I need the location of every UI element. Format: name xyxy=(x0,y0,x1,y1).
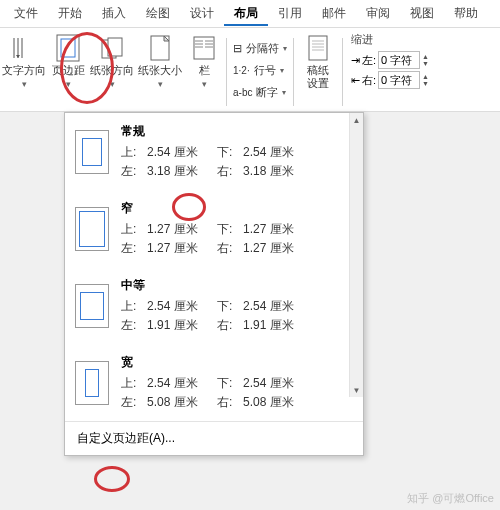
tab-review[interactable]: 审阅 xyxy=(356,1,400,26)
tab-design[interactable]: 设计 xyxy=(180,1,224,26)
chevron-down-icon: ▾ xyxy=(22,79,27,89)
scroll-up-icon[interactable]: ▲ xyxy=(350,113,364,127)
spinner-arrows[interactable]: ▲▼ xyxy=(422,53,429,67)
preset-values: 上:2.54 厘米下:2.54 厘米左:3.18 厘米右:3.18 厘米 xyxy=(121,144,351,180)
breaks-icon: ⊟ xyxy=(233,42,242,55)
preset-info: 中等上:2.54 厘米下:2.54 厘米左:1.91 厘米右:1.91 厘米 xyxy=(121,277,351,334)
margins-dropdown: 常规上:2.54 厘米下:2.54 厘米左:3.18 厘米右:3.18 厘米窄上… xyxy=(64,112,364,456)
indent-group: 缩进 ⇥ 左: ▲▼ ⇤ 右: ▲▼ xyxy=(345,32,435,89)
size-label: 纸张大小 xyxy=(138,64,182,77)
paper-settings-icon xyxy=(304,34,332,62)
orientation-icon xyxy=(98,34,126,62)
orientation-label: 纸张方向 xyxy=(90,64,134,77)
indent-left-icon: ⇥ xyxy=(351,54,360,67)
size-button[interactable]: 纸张大小 ▾ xyxy=(136,32,184,91)
preset-name: 中等 xyxy=(121,277,351,294)
indent-right-icon: ⇤ xyxy=(351,74,360,87)
hyphenation-icon: a-bc xyxy=(233,87,252,98)
preset-thumb-icon xyxy=(75,130,109,174)
indent-left-label: 左: xyxy=(362,53,376,68)
margin-preset-narrow[interactable]: 窄上:1.27 厘米下:1.27 厘米左:1.27 厘米右:1.27 厘米 xyxy=(65,190,363,267)
indent-right-label: 右: xyxy=(362,73,376,88)
preset-name: 宽 xyxy=(121,354,351,371)
preset-name: 常规 xyxy=(121,123,351,140)
preset-values: 上:2.54 厘米下:2.54 厘米左:1.91 厘米右:1.91 厘米 xyxy=(121,298,351,334)
custom-margins-button[interactable]: 自定义页边距(A)... xyxy=(65,421,363,455)
chevron-down-icon: ▾ xyxy=(280,66,284,75)
chevron-down-icon: ▾ xyxy=(158,79,163,89)
columns-button[interactable]: 栏 ▾ xyxy=(184,32,224,91)
separator xyxy=(226,38,227,106)
tab-layout[interactable]: 布局 xyxy=(224,1,268,26)
line-numbers-button[interactable]: 1·2· 行号 ▾ xyxy=(233,60,287,80)
columns-icon xyxy=(190,34,218,62)
text-direction-button[interactable]: 文字方向 ▾ xyxy=(0,32,48,91)
preset-info: 宽上:2.54 厘米下:2.54 厘米左:5.08 厘米右:5.08 厘米 xyxy=(121,354,351,411)
breaks-label: 分隔符 xyxy=(246,41,279,56)
svg-rect-5 xyxy=(194,37,214,59)
size-icon xyxy=(146,34,174,62)
scroll-track[interactable] xyxy=(350,127,364,383)
scroll-down-icon[interactable]: ▼ xyxy=(350,383,364,397)
preset-info: 窄上:1.27 厘米下:1.27 厘米左:1.27 厘米右:1.27 厘米 xyxy=(121,200,351,257)
ribbon-layout: 文字方向 ▾ 页边距 ▾ 纸张方向 ▾ 纸张大小 ▾ 栏 ▾ ⊟ 分隔符 xyxy=(0,28,500,112)
preset-thumb-icon xyxy=(75,207,109,251)
paper-settings-button[interactable]: 稿纸 设置 xyxy=(296,32,340,92)
columns-label: 栏 xyxy=(199,64,210,77)
margins-icon xyxy=(54,34,82,62)
preset-values: 上:1.27 厘米下:1.27 厘米左:1.27 厘米右:1.27 厘米 xyxy=(121,221,351,257)
indent-right-row: ⇤ 右: ▲▼ xyxy=(351,71,429,89)
tab-references[interactable]: 引用 xyxy=(268,1,312,26)
tab-view[interactable]: 视图 xyxy=(400,1,444,26)
margin-preset-wide[interactable]: 宽上:2.54 厘米下:2.54 厘米左:5.08 厘米右:5.08 厘米 xyxy=(65,344,363,421)
margins-label: 页边距 xyxy=(52,64,85,77)
watermark: 知乎 @可燃Office xyxy=(407,491,494,506)
chevron-down-icon: ▾ xyxy=(202,79,207,89)
margin-preset-normal[interactable]: 常规上:2.54 厘米下:2.54 厘米左:3.18 厘米右:3.18 厘米 xyxy=(65,113,363,190)
paper-settings-label: 稿纸 设置 xyxy=(307,64,329,90)
chevron-down-icon: ▾ xyxy=(110,79,115,89)
chevron-down-icon: ▾ xyxy=(282,88,286,97)
hyphenation-label: 断字 xyxy=(256,85,278,100)
preset-name: 窄 xyxy=(121,200,351,217)
tab-help[interactable]: 帮助 xyxy=(444,1,488,26)
indent-left-input[interactable] xyxy=(378,51,420,69)
separator xyxy=(342,38,343,106)
tab-mailings[interactable]: 邮件 xyxy=(312,1,356,26)
tab-home[interactable]: 开始 xyxy=(48,1,92,26)
spinner-arrows[interactable]: ▲▼ xyxy=(422,73,429,87)
indent-left-row: ⇥ 左: ▲▼ xyxy=(351,51,429,69)
indent-title: 缩进 xyxy=(351,32,429,47)
preset-values: 上:2.54 厘米下:2.54 厘米左:5.08 厘米右:5.08 厘米 xyxy=(121,375,351,411)
breaks-button[interactable]: ⊟ 分隔符 ▾ xyxy=(233,38,287,58)
indent-right-input[interactable] xyxy=(378,71,420,89)
chevron-down-icon: ▾ xyxy=(66,79,71,89)
line-numbers-label: 行号 xyxy=(254,63,276,78)
line-numbers-icon: 1·2· xyxy=(233,65,250,76)
text-direction-icon xyxy=(10,34,38,62)
svg-rect-12 xyxy=(309,36,327,60)
scrollbar[interactable]: ▲ ▼ xyxy=(349,113,363,397)
text-direction-label: 文字方向 xyxy=(2,64,46,77)
tab-insert[interactable]: 插入 xyxy=(92,1,136,26)
margin-preset-moderate[interactable]: 中等上:2.54 厘米下:2.54 厘米左:1.91 厘米右:1.91 厘米 xyxy=(65,267,363,344)
hyphenation-button[interactable]: a-bc 断字 ▾ xyxy=(233,82,287,102)
orientation-button[interactable]: 纸张方向 ▾ xyxy=(88,32,136,91)
margins-button[interactable]: 页边距 ▾ xyxy=(48,32,88,91)
preset-info: 常规上:2.54 厘米下:2.54 厘米左:3.18 厘米右:3.18 厘米 xyxy=(121,123,351,180)
tab-file[interactable]: 文件 xyxy=(4,1,48,26)
separator xyxy=(293,38,294,106)
tab-draw[interactable]: 绘图 xyxy=(136,1,180,26)
chevron-down-icon: ▾ xyxy=(283,44,287,53)
preset-thumb-icon xyxy=(75,284,109,328)
preset-thumb-icon xyxy=(75,361,109,405)
menu-bar: 文件 开始 插入 绘图 设计 布局 引用 邮件 审阅 视图 帮助 xyxy=(0,0,500,28)
svg-rect-3 xyxy=(108,38,122,56)
